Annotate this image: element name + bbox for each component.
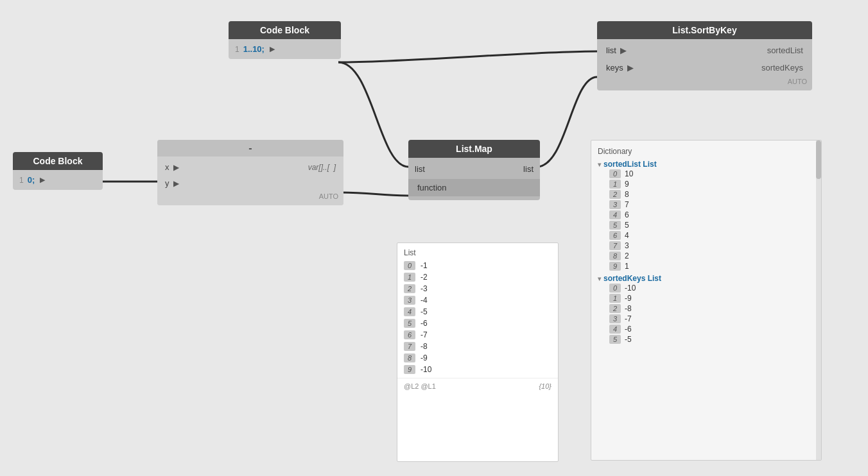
sortbykey-keys-label: keys [606,63,623,72]
sortbykey-sorted-list-label: sortedList [767,46,803,55]
list-index: 9 [404,365,415,374]
dict-item: 1 -9 [609,293,815,303]
list-output-item: 4 -5 [404,306,551,318]
listmap-header: List.Map [408,140,540,158]
dict-index: 4 [609,325,621,334]
code-line-num: 1 [235,45,239,54]
dict-index: 4 [609,210,621,219]
dict-item: 4 -6 [609,324,815,334]
dict-index: 1 [609,294,621,303]
sortbykey-list-port[interactable]: list ▶ [606,46,627,55]
sorted-keys-section-header[interactable]: sortedKeys List [598,274,815,283]
minus-output-label: var[]..[ ] [308,163,336,172]
list-index: 3 [404,296,415,305]
minus-port-x[interactable]: x ▶ [165,162,179,172]
sorted-list-section-header[interactable]: sortedList List [598,160,815,169]
listmap-list-port: list list [408,160,540,178]
dict-item: 3 7 [609,200,815,210]
dict-index: 0 [609,284,621,293]
dict-output-body[interactable]: Dictionary sortedList List 0 101 92 83 7… [591,140,821,460]
minus-header: - [157,140,343,157]
code-block-2-body: 1 0; ▶ [13,170,103,190]
dict-index: 9 [609,262,621,271]
sorted-list-label: sortedList List [603,160,657,169]
list-value: -4 [421,296,428,305]
minus-x-label: x [165,162,169,172]
dict-index: 6 [609,231,621,240]
dict-item: 5 5 [609,220,815,230]
sortbykey-body: list ▶ sortedList keys ▶ sortedKeys AUTO [597,39,812,90]
sortbykey-header: List.SortByKey [597,21,812,39]
code-line-num-2: 1 [19,176,24,185]
list-index: 7 [404,342,415,351]
minus-auto-label: AUTO [157,191,343,203]
listmap-list-label: list [415,164,425,174]
sorted-keys-items: 0 -101 -92 -83 -74 -65 -5 [609,283,815,344]
sorted-keys-section: sortedKeys List 0 -101 -92 -83 -74 -65 -… [598,274,815,344]
dict-value: 10 [625,169,633,178]
dict-item: 0 -10 [609,283,815,293]
dict-item: 8 2 [609,251,815,261]
dict-index: 2 [609,304,621,313]
sortbykey-list-label: list [606,46,616,55]
list-value: -9 [421,353,428,362]
code-block-1-header: Code Block [229,21,341,39]
list-output-item: 2 -3 [404,283,551,294]
list-output-item: 9 -10 [404,364,551,375]
dict-value: -5 [625,335,632,344]
list-footer: @L2 @L1 {10} [397,378,558,394]
code-block-2-output-port[interactable]: ▶ [40,176,45,184]
dict-item: 4 6 [609,210,815,220]
code-text-2: 0; [28,175,35,185]
code-block-1-output-port[interactable]: ▶ [270,45,275,53]
list-output-items: 0 -11 -22 -33 -44 -55 -66 -77 -88 [397,260,558,375]
sortbykey-node: List.SortByKey list ▶ sortedList keys ▶ … [597,21,812,90]
dict-value: 8 [625,190,629,199]
dict-index: 2 [609,190,621,199]
sortbykey-keys-port[interactable]: keys ▶ [606,63,634,72]
listmap-list-out-label: list [523,164,534,174]
list-index: 1 [404,273,415,282]
dict-value: 6 [625,210,629,219]
sortbykey-auto-label: AUTO [597,76,812,88]
code-block-2-node: Code Block 1 0; ▶ [13,152,103,190]
dict-index: 0 [609,169,621,178]
dict-value: 5 [625,221,629,230]
list-footer-label: @L2 @L1 [404,382,436,390]
minus-y-label: y [165,178,169,188]
dict-value: 2 [625,251,629,260]
list-output-item: 6 -7 [404,329,551,341]
code-text-1: 1..10; [243,44,265,54]
dict-output-panel: Dictionary sortedList List 0 101 92 83 7… [591,140,822,461]
sortbykey-list-arrow: ▶ [620,46,627,55]
list-output-item: 0 -1 [404,260,551,271]
dict-value: 7 [625,200,629,209]
dict-index: 3 [609,200,621,209]
list-value: -3 [421,284,428,293]
dict-value: -7 [625,314,632,323]
dict-item: 1 9 [609,179,815,189]
dict-item: 7 3 [609,241,815,251]
dict-index: 7 [609,241,621,250]
dict-value: 9 [625,180,629,189]
dict-item: 2 -8 [609,303,815,314]
code-block-1-body: 1 1..10; ▶ [229,39,341,59]
dict-value: 4 [625,231,629,240]
minus-port-y[interactable]: y ▶ [165,178,179,188]
list-value: -5 [421,307,428,316]
minus-port-x-row: x ▶ var[]..[ ] [157,159,343,175]
scrollbar-thumb[interactable] [816,140,821,179]
code-block-1-node: Code Block 1 1..10; ▶ [229,21,341,59]
dict-index: 3 [609,314,621,323]
sortbykey-list-row: list ▶ sortedList [597,42,812,59]
list-index: 2 [404,284,415,293]
listmap-body: list list function [408,158,540,200]
dict-item: 9 1 [609,261,815,271]
dict-index: 5 [609,221,621,230]
list-output-item: 3 -4 [404,294,551,306]
sortbykey-sorted-keys-label: sortedKeys [761,63,803,72]
listmap-function-port[interactable]: function [408,179,540,196]
dict-value: 3 [625,241,629,250]
sortbykey-keys-row: keys ▶ sortedKeys [597,59,812,76]
dict-index: 1 [609,180,621,189]
